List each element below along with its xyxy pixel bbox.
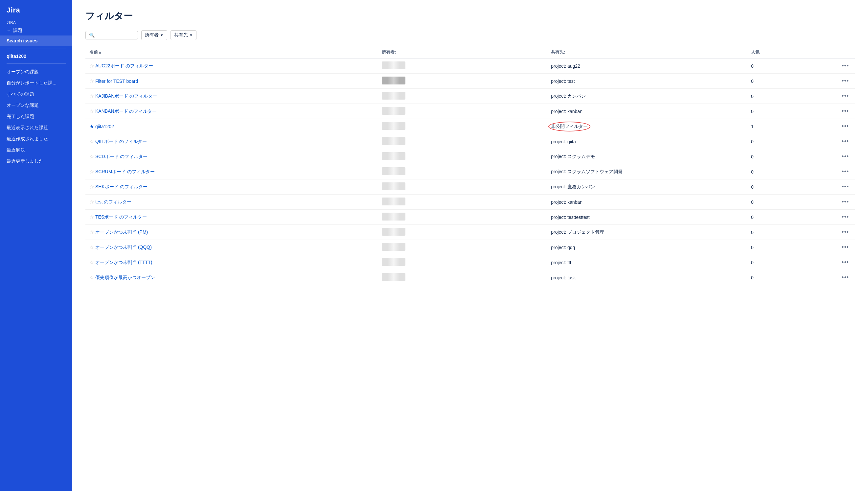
- table-row: ☆Filter for TEST boardproject: test0•••: [85, 74, 855, 89]
- shared-cell: project: スクラムソフトウェア開発: [547, 164, 747, 179]
- actions-cell: •••: [809, 270, 855, 285]
- page-title: フィルター: [85, 10, 855, 22]
- actions-cell: •••: [809, 240, 855, 255]
- filter-name-link[interactable]: QIITボード のフィルター: [95, 139, 147, 145]
- sidebar-item-open-na[interactable]: オープンな課題: [0, 100, 72, 111]
- filter-name-link[interactable]: KANBANボード のフィルター: [95, 109, 157, 114]
- filter-name-link[interactable]: Filter for TEST board: [95, 79, 138, 84]
- sidebar-search-issues[interactable]: Search issues: [0, 35, 72, 46]
- shared-cell: project: qqq: [547, 240, 747, 255]
- more-options-button[interactable]: •••: [840, 77, 851, 85]
- filter-name-link[interactable]: qiita1202: [95, 124, 114, 129]
- more-options-button[interactable]: •••: [840, 258, 851, 266]
- star-icon[interactable]: ☆: [89, 93, 94, 99]
- owner-cell: [378, 119, 547, 134]
- owner-label: 所有者: [145, 32, 159, 38]
- star-icon[interactable]: ☆: [89, 244, 94, 251]
- more-options-button[interactable]: •••: [840, 122, 851, 130]
- avatar: [382, 152, 406, 160]
- star-icon[interactable]: ☆: [89, 138, 94, 145]
- more-options-button[interactable]: •••: [840, 152, 851, 161]
- more-options-button[interactable]: •••: [840, 213, 851, 221]
- owner-cell: [378, 134, 547, 149]
- filter-name-link[interactable]: 優先順位が最高かつオープン: [95, 275, 155, 281]
- sidebar-divider: [6, 49, 66, 49]
- star-icon[interactable]: ☆: [89, 108, 94, 114]
- star-icon[interactable]: ☆: [89, 78, 94, 84]
- avatar: [382, 137, 406, 145]
- actions-cell: •••: [809, 89, 855, 104]
- sidebar-item-reported[interactable]: 自分がレポートした課...: [0, 78, 72, 89]
- actions-cell: •••: [809, 255, 855, 270]
- more-options-button[interactable]: •••: [840, 183, 851, 191]
- shared-cell: 非公開フィルター: [547, 119, 747, 134]
- shared-cell: project: kanban: [547, 195, 747, 210]
- app-title: Jira: [0, 0, 72, 18]
- filter-name-link[interactable]: test のフィルター: [95, 199, 131, 205]
- star-icon[interactable]: ☆: [89, 214, 94, 220]
- star-icon[interactable]: ☆: [89, 199, 94, 205]
- star-icon[interactable]: ☆: [89, 169, 94, 175]
- popularity-cell: 0: [747, 270, 809, 285]
- filter-name-link[interactable]: オープンかつ未割当 (PM): [95, 229, 148, 235]
- owner-dropdown[interactable]: 所有者 ▼: [141, 30, 167, 40]
- sidebar-item-recent-resolved[interactable]: 最近解決: [0, 145, 72, 156]
- sidebar-item-all-issues[interactable]: すべての課題: [0, 89, 72, 100]
- filter-name-link[interactable]: SHKボード のフィルター: [95, 184, 148, 190]
- filter-name-link[interactable]: SCDボード のフィルター: [95, 154, 148, 160]
- back-button[interactable]: ← 課題: [0, 26, 72, 35]
- more-options-button[interactable]: •••: [840, 62, 851, 70]
- table-row: ☆AUG22ボード のフィルターproject: aug220•••: [85, 58, 855, 74]
- sidebar-item-recent-viewed[interactable]: 最近表示された課題: [0, 122, 72, 134]
- shared-dropdown[interactable]: 共有先 ▼: [171, 30, 197, 40]
- search-input[interactable]: [97, 32, 134, 38]
- sidebar-item-recent-created[interactable]: 最近作成されました: [0, 134, 72, 145]
- more-options-button[interactable]: •••: [840, 92, 851, 100]
- star-icon[interactable]: ☆: [89, 275, 94, 281]
- sidebar-item-completed[interactable]: 完了した課題: [0, 111, 72, 122]
- back-label: 課題: [13, 28, 22, 33]
- avatar: [382, 167, 406, 175]
- sidebar-item-recent-updated[interactable]: 最近更新しました: [0, 156, 72, 167]
- actions-cell: •••: [809, 134, 855, 149]
- owner-cell: [378, 270, 547, 285]
- actions-cell: •••: [809, 225, 855, 240]
- star-icon[interactable]: ☆: [89, 63, 94, 69]
- star-icon[interactable]: ☆: [89, 184, 94, 190]
- more-options-button[interactable]: •••: [840, 168, 851, 175]
- popularity-cell: 0: [747, 89, 809, 104]
- shared-cell: project: カンバン: [547, 89, 747, 104]
- col-header-actions: [809, 47, 855, 58]
- table-row: ☆TESボード のフィルターproject: testtesttest0•••: [85, 210, 855, 225]
- actions-cell: •••: [809, 195, 855, 210]
- owner-cell: [378, 164, 547, 179]
- filter-name-link[interactable]: SCRUMボード のフィルター: [95, 169, 155, 175]
- shared-cell: project: testtesttest: [547, 210, 747, 225]
- star-icon[interactable]: ☆: [89, 153, 94, 160]
- search-box[interactable]: 🔍: [85, 31, 138, 39]
- more-options-button[interactable]: •••: [840, 198, 851, 206]
- more-options-button[interactable]: •••: [840, 228, 851, 236]
- actions-cell: •••: [809, 58, 855, 74]
- more-options-button[interactable]: •••: [840, 273, 851, 281]
- star-icon[interactable]: ☆: [89, 229, 94, 235]
- actions-cell: •••: [809, 179, 855, 195]
- star-icon[interactable]: ★: [89, 123, 94, 129]
- col-header-pop: 人気: [747, 47, 809, 58]
- more-options-button[interactable]: •••: [840, 137, 851, 145]
- star-icon[interactable]: ☆: [89, 259, 94, 265]
- sidebar-item-open-issues[interactable]: オープンの課題: [0, 66, 72, 78]
- popularity-cell: 0: [747, 225, 809, 240]
- filter-name-link[interactable]: オープンかつ未割当 (QQQ): [95, 244, 152, 251]
- owner-cell: [378, 104, 547, 119]
- more-options-button[interactable]: •••: [840, 243, 851, 251]
- filter-name-link[interactable]: AUG22ボード のフィルター: [95, 63, 153, 69]
- shared-cell: project: kanban: [547, 104, 747, 119]
- table-body: ☆AUG22ボード のフィルターproject: aug220•••☆Filte…: [85, 58, 855, 285]
- filter-name-link[interactable]: TESボード のフィルター: [95, 214, 147, 220]
- shared-cell: project: qiita: [547, 134, 747, 149]
- more-options-button[interactable]: •••: [840, 107, 851, 115]
- filter-name-link[interactable]: KAJIBANボード のフィルター: [95, 93, 157, 99]
- popularity-cell: 0: [747, 149, 809, 164]
- filter-name-link[interactable]: オープンかつ未割当 (TTTT): [95, 260, 152, 265]
